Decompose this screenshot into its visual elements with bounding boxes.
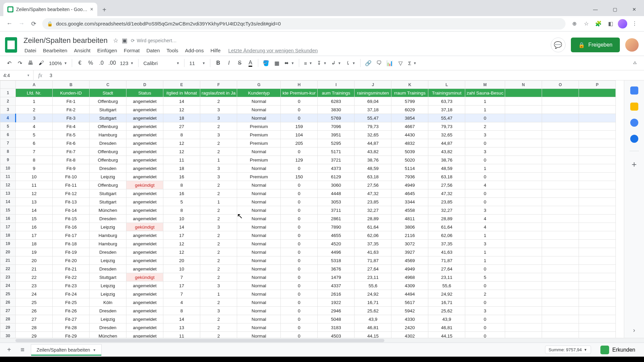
- cell-A11[interactable]: 10: [16, 173, 53, 181]
- cell-K10[interactable]: 5114: [391, 164, 428, 173]
- cell-C24[interactable]: Leipzig: [90, 282, 126, 290]
- document-title[interactable]: Zeilen/Spalten bearbeiten: [21, 36, 110, 46]
- chart-button[interactable]: 📊: [385, 58, 395, 68]
- cell-I26[interactable]: 1922: [318, 298, 355, 307]
- cell-F10[interactable]: 3: [200, 164, 237, 173]
- cell-N19[interactable]: [505, 240, 542, 248]
- row-header-13[interactable]: 13: [0, 189, 16, 198]
- cell-L10[interactable]: 48,59: [428, 164, 465, 173]
- cell-K2[interactable]: 5799: [391, 97, 428, 106]
- cell-F29[interactable]: 2: [200, 323, 237, 332]
- col-header-K[interactable]: K: [391, 81, 428, 89]
- cell-P29[interactable]: [579, 323, 615, 332]
- cell-K27[interactable]: 5942: [391, 307, 428, 315]
- cell-I9[interactable]: 3721: [318, 156, 355, 164]
- cell-E26[interactable]: 4: [163, 298, 200, 307]
- cell-E28[interactable]: 14: [163, 315, 200, 323]
- percent-button[interactable]: %: [86, 58, 96, 68]
- cell-B10[interactable]: Fit-9: [53, 164, 90, 173]
- cell-N10[interactable]: [505, 164, 542, 173]
- cell-F2[interactable]: 2: [200, 97, 237, 106]
- star-icon[interactable]: ☆: [113, 37, 118, 44]
- h-align-button[interactable]: ≡ ▼: [302, 58, 314, 68]
- row-header-26[interactable]: 26: [0, 298, 16, 307]
- cell-C20[interactable]: Dresden: [90, 248, 126, 256]
- zoom-select[interactable]: 100%▼: [47, 58, 69, 68]
- cell-G2[interactable]: Normal: [237, 97, 281, 106]
- row-header-18[interactable]: 18: [0, 231, 16, 240]
- cell-K24[interactable]: 4309: [391, 282, 428, 290]
- cell-A23[interactable]: 22: [16, 273, 53, 282]
- cell-J26[interactable]: 16,71: [355, 298, 391, 307]
- cell-L6[interactable]: 32,65: [428, 131, 465, 139]
- cell-N3[interactable]: [505, 106, 542, 114]
- cell-D14[interactable]: angemeldet: [126, 198, 163, 206]
- row-header-8[interactable]: 8: [0, 147, 16, 156]
- cell-A9[interactable]: 8: [16, 156, 53, 164]
- cell-D7[interactable]: angemeldet: [126, 139, 163, 147]
- account-avatar[interactable]: [625, 38, 639, 52]
- add-addon-button[interactable]: +: [632, 159, 637, 170]
- cell-I21[interactable]: 5318: [318, 256, 355, 265]
- row-header-20[interactable]: 20: [0, 248, 16, 256]
- header-cell[interactable]: Status: [126, 89, 163, 97]
- cell-B15[interactable]: Fit-14: [53, 206, 90, 215]
- cell-A4[interactable]: 3: [16, 114, 53, 122]
- header-cell[interactable]: itglied in Monat: [163, 89, 200, 97]
- cell-D27[interactable]: angemeldet: [126, 307, 163, 315]
- cell-F13[interactable]: 2: [200, 189, 237, 198]
- wrap-button[interactable]: ↲ ▼: [329, 58, 343, 68]
- cell-F25[interactable]: 1: [200, 290, 237, 298]
- menu-hilfe[interactable]: Hilfe: [207, 46, 223, 55]
- cell-E18[interactable]: 17: [163, 231, 200, 240]
- cell-L24[interactable]: 55,6: [428, 282, 465, 290]
- cell-I20[interactable]: 4496: [318, 248, 355, 256]
- cell-A3[interactable]: 2: [16, 106, 53, 114]
- cell-N6[interactable]: [505, 131, 542, 139]
- cell-F16[interactable]: 2: [200, 215, 237, 223]
- cell-E23[interactable]: 7: [163, 273, 200, 282]
- cell-A2[interactable]: 1: [16, 97, 53, 106]
- cell-F26[interactable]: 2: [200, 298, 237, 307]
- keep-icon[interactable]: [630, 103, 638, 111]
- cell-L2[interactable]: 63,73: [428, 97, 465, 106]
- header-cell[interactable]: aum Trainings: [318, 89, 355, 97]
- cell-G5[interactable]: Premium: [237, 122, 281, 131]
- cell-L21[interactable]: 71,87: [428, 256, 465, 265]
- cell-M29[interactable]: 0: [465, 323, 505, 332]
- cell-E17[interactable]: 14: [163, 223, 200, 231]
- cell-G13[interactable]: Normal: [237, 189, 281, 198]
- redo-button[interactable]: ↷: [15, 58, 25, 68]
- link-button[interactable]: 🔗: [363, 58, 373, 68]
- cell-F7[interactable]: 2: [200, 139, 237, 147]
- cell-C21[interactable]: Leipzig: [90, 256, 126, 265]
- cell-B22[interactable]: Fit-21: [53, 265, 90, 273]
- cell-N2[interactable]: [505, 97, 542, 106]
- col-header-N[interactable]: N: [505, 81, 542, 89]
- cell-K28[interactable]: 4330: [391, 315, 428, 323]
- cell-L20[interactable]: 41,63: [428, 248, 465, 256]
- cell-L3[interactable]: 37,18: [428, 106, 465, 114]
- share-button[interactable]: 🔒 Freigeben: [571, 38, 620, 52]
- window-maximize[interactable]: ▢: [605, 3, 625, 16]
- cell-P30[interactable]: [579, 332, 615, 338]
- cell-C13[interactable]: Stuttgart: [90, 189, 126, 198]
- cell-P13[interactable]: [579, 189, 615, 198]
- cell-C6[interactable]: Hamburg: [90, 131, 126, 139]
- cell-A14[interactable]: 13: [16, 198, 53, 206]
- cell-N24[interactable]: [505, 282, 542, 290]
- menu-daten[interactable]: Daten: [144, 46, 163, 55]
- paint-format-button[interactable]: 🖌: [36, 58, 46, 68]
- cell-P6[interactable]: [579, 131, 615, 139]
- cell-J29[interactable]: 46,81: [355, 323, 391, 332]
- row-header-17[interactable]: 17: [0, 223, 16, 231]
- cell-G8[interactable]: Normal: [237, 147, 281, 156]
- cell-D6[interactable]: angemeldet: [126, 131, 163, 139]
- cell-I2[interactable]: 6283: [318, 97, 355, 106]
- cell-G15[interactable]: Normal: [237, 206, 281, 215]
- cell-O23[interactable]: [542, 273, 579, 282]
- row-header-24[interactable]: 24: [0, 282, 16, 290]
- cell-J14[interactable]: 23,85: [355, 198, 391, 206]
- cell-J12[interactable]: 27,56: [355, 181, 391, 189]
- cell-P18[interactable]: [579, 231, 615, 240]
